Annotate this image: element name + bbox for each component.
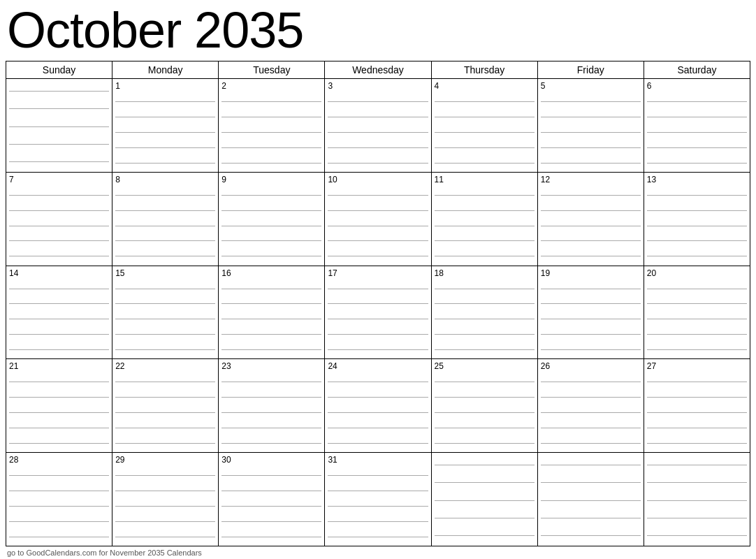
day-line [328, 256, 428, 256]
day-number: 25 [435, 361, 535, 371]
day-line [328, 226, 428, 226]
day-line [435, 226, 535, 226]
day-cell: 18 [432, 266, 538, 359]
day-lines [221, 280, 321, 357]
day-line [9, 289, 109, 289]
day-lines [328, 373, 428, 451]
day-number: 30 [221, 455, 321, 465]
day-line [221, 412, 321, 413]
day-line [221, 289, 321, 289]
day-line [541, 482, 641, 483]
day-lines [435, 186, 535, 263]
day-cell: 11 [432, 173, 538, 266]
day-line [9, 428, 109, 428]
day-lines [435, 455, 535, 544]
day-line [541, 465, 641, 465]
day-cell [644, 453, 750, 546]
day-line [328, 101, 428, 102]
day-line [541, 256, 641, 256]
day-cell: 13 [644, 173, 750, 266]
day-line [115, 163, 215, 164]
day-line [115, 506, 215, 507]
day-cell: 1 [112, 79, 219, 172]
week-row-5: 28293031 [6, 453, 750, 546]
day-line [541, 412, 641, 413]
day-cell: 3 [325, 79, 431, 172]
day-line [221, 397, 321, 398]
day-line [221, 521, 321, 522]
day-header-saturday: Saturday [644, 61, 750, 78]
day-lines [647, 373, 747, 451]
day-line [328, 319, 428, 319]
day-line [435, 443, 535, 444]
day-lines [647, 455, 747, 544]
day-number: 8 [115, 175, 215, 184]
day-line [647, 101, 747, 102]
day-lines [115, 186, 215, 263]
day-line [9, 303, 109, 304]
day-line [328, 491, 428, 491]
day-number: 28 [9, 455, 109, 465]
day-line [541, 163, 641, 164]
day-line [221, 319, 321, 319]
day-lines [541, 373, 641, 451]
day-line [435, 147, 535, 148]
day-line [435, 195, 535, 196]
week-row-3: 14151617181920 [6, 266, 750, 360]
day-line [221, 163, 321, 164]
day-line [328, 132, 428, 133]
day-cell: 28 [6, 453, 112, 546]
day-cell: 12 [538, 173, 644, 266]
day-line [541, 319, 641, 319]
day-line [115, 412, 215, 413]
day-number: 12 [541, 175, 641, 184]
day-number: 1 [115, 81, 215, 91]
day-line [328, 506, 428, 507]
day-line [647, 319, 747, 319]
day-cell: 21 [6, 359, 112, 452]
day-line [435, 132, 535, 133]
day-lines [647, 280, 747, 357]
day-cell: 6 [644, 79, 750, 172]
day-cell: 16 [219, 266, 325, 359]
day-line [328, 195, 428, 196]
day-number: 4 [435, 81, 535, 91]
day-line [115, 349, 215, 350]
day-lines [328, 467, 428, 544]
day-line [9, 226, 109, 226]
day-line [9, 475, 109, 476]
day-lines [221, 373, 321, 451]
day-lines [9, 373, 109, 451]
day-number: 17 [328, 268, 428, 278]
day-line [328, 412, 428, 413]
day-cell: 8 [112, 173, 219, 266]
day-header-friday: Friday [538, 61, 644, 78]
day-number: 21 [9, 361, 109, 371]
day-number: 10 [328, 175, 428, 184]
day-line [541, 101, 641, 102]
day-number: 18 [435, 268, 535, 278]
day-cell: 27 [644, 359, 750, 452]
day-cell [538, 453, 644, 546]
day-lines [115, 280, 215, 357]
day-line [647, 195, 747, 196]
day-line [647, 349, 747, 350]
day-number: 15 [115, 268, 215, 278]
day-line [115, 256, 215, 256]
day-line [221, 303, 321, 304]
day-line [328, 163, 428, 164]
day-line [647, 226, 747, 226]
day-cell: 20 [644, 266, 750, 359]
day-line [9, 144, 109, 145]
day-line [647, 518, 747, 518]
day-line [435, 465, 535, 465]
day-number: 13 [647, 175, 747, 184]
day-line [9, 108, 109, 109]
day-line [221, 334, 321, 335]
day-header-sunday: Sunday [6, 61, 112, 78]
day-cell: 23 [219, 359, 325, 452]
day-lines [9, 186, 109, 263]
day-line [328, 521, 428, 522]
day-lines [328, 186, 428, 263]
day-line [541, 117, 641, 117]
